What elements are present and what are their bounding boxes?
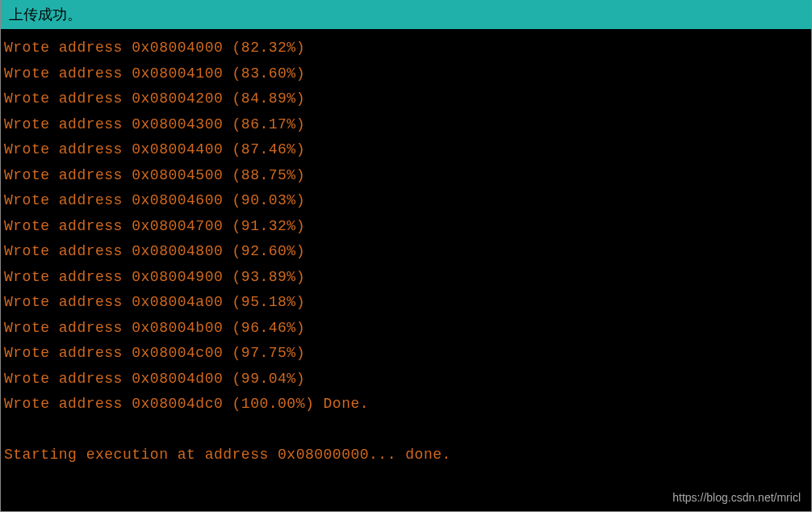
terminal-line: Wrote address 0x08004a00 (95.18%) bbox=[4, 290, 808, 316]
status-message: 上传成功。 bbox=[9, 6, 82, 23]
terminal-output[interactable]: Wrote address 0x08004000 (82.32%) Wrote … bbox=[0, 29, 812, 512]
terminal-line: Wrote address 0x08004700 (91.32%) bbox=[4, 214, 808, 240]
status-bar: 上传成功。 bbox=[0, 0, 812, 29]
watermark: https://blog.csdn.net/mricl bbox=[672, 491, 801, 504]
terminal-line: Wrote address 0x08004200 (84.89%) bbox=[4, 86, 808, 112]
terminal-line: Wrote address 0x08004300 (86.17%) bbox=[4, 112, 808, 138]
terminal-line: Wrote address 0x08004b00 (96.46%) bbox=[4, 316, 808, 342]
terminal-blank-line bbox=[4, 418, 808, 443]
terminal-line: Wrote address 0x08004800 (92.60%) bbox=[4, 239, 808, 265]
terminal-line: Wrote address 0x08004600 (90.03%) bbox=[4, 188, 808, 214]
terminal-line: Wrote address 0x08004000 (82.32%) bbox=[4, 36, 808, 61]
terminal-line: Wrote address 0x08004900 (93.89%) bbox=[4, 265, 808, 291]
terminal-line: Wrote address 0x08004500 (88.75%) bbox=[4, 163, 808, 189]
terminal-line: Wrote address 0x08004dc0 (100.00%) Done. bbox=[4, 392, 808, 418]
terminal-line: Wrote address 0x08004100 (83.60%) bbox=[4, 61, 808, 87]
terminal-line: Wrote address 0x08004c00 (97.75%) bbox=[4, 341, 808, 367]
terminal-line: Wrote address 0x08004d00 (99.04%) bbox=[4, 367, 808, 392]
terminal-line: Wrote address 0x08004400 (87.46%) bbox=[4, 137, 808, 163]
terminal-line: Starting execution at address 0x08000000… bbox=[4, 443, 808, 468]
